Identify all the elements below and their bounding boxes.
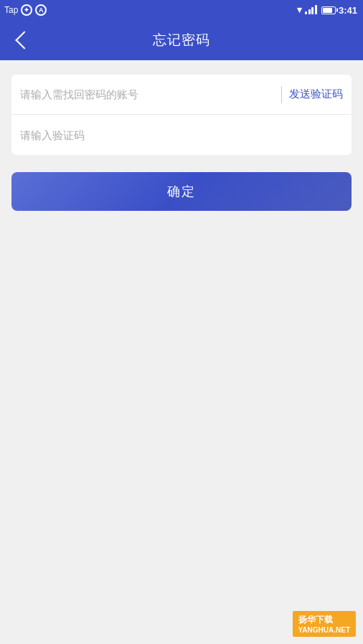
page-title: 忘记密码 xyxy=(153,31,210,49)
confirm-button[interactable]: 确定 xyxy=(11,172,352,211)
back-arrow-icon xyxy=(15,31,33,49)
accessibility-icon: ✦ xyxy=(21,4,32,16)
status-bar-left: Tap ✦ A xyxy=(4,4,47,16)
status-bar: Tap ✦ A ▾ 3:41 xyxy=(0,0,363,20)
a-icon: A xyxy=(35,4,47,16)
code-row xyxy=(11,115,352,155)
watermark-line1: 扬华下载 xyxy=(298,614,350,626)
back-button[interactable] xyxy=(11,27,37,53)
signal-icon xyxy=(305,6,317,14)
account-row: 发送验证码 xyxy=(11,75,352,115)
nav-bar: 忘记密码 xyxy=(0,20,363,60)
watermark-url: YANGHUA.NET xyxy=(298,626,350,634)
verification-code-input[interactable] xyxy=(20,129,343,141)
watermark: 扬华下载 YANGHUA.NET xyxy=(293,611,356,637)
account-input[interactable] xyxy=(20,88,274,100)
main-content: 发送验证码 确定 xyxy=(0,60,363,225)
app-name: Tap xyxy=(4,5,18,15)
send-code-button[interactable]: 发送验证码 xyxy=(289,87,343,101)
inputs-card: 发送验证码 xyxy=(11,75,352,155)
time-display: 3:41 xyxy=(339,5,357,16)
battery-icon xyxy=(321,6,336,14)
divider xyxy=(281,86,282,103)
status-bar-right: ▾ 3:41 xyxy=(297,5,357,16)
wifi-icon: ▾ xyxy=(297,6,302,15)
